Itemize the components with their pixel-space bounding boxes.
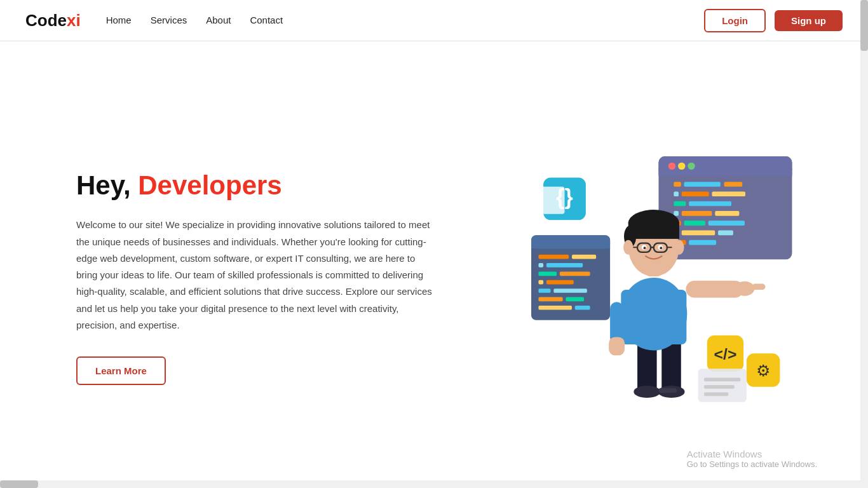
hero-heading: Hey, Developers [76, 170, 432, 201]
svg-rect-21 [682, 230, 715, 235]
svg-rect-13 [689, 201, 731, 206]
svg-rect-50 [704, 377, 740, 381]
hero-illustration: {} </> ⚙ [512, 144, 817, 411]
svg-rect-62 [609, 337, 625, 355]
svg-rect-51 [704, 384, 735, 388]
svg-rect-60 [686, 280, 743, 297]
nav-link-about[interactable]: About [206, 15, 231, 25]
hero-section: Hey, Developers Welcome to our site! We … [0, 41, 868, 488]
svg-rect-10 [682, 191, 709, 196]
svg-rect-39 [566, 297, 584, 301]
svg-rect-16 [715, 211, 739, 216]
svg-point-76 [660, 247, 662, 249]
svg-rect-40 [538, 305, 572, 309]
svg-point-55 [634, 385, 660, 397]
svg-point-75 [644, 247, 646, 249]
nav-item-about[interactable]: About [206, 15, 231, 26]
svg-rect-37 [553, 288, 587, 293]
scrollbar-bottom[interactable] [0, 480, 860, 488]
svg-rect-29 [572, 254, 596, 259]
svg-rect-80 [752, 283, 765, 290]
svg-rect-41 [575, 305, 590, 309]
watermark-subtitle: Go to Settings to activate Windows. [687, 459, 817, 469]
svg-rect-6 [674, 182, 681, 187]
navbar-left: Codexi Home Services About Contact [25, 11, 283, 30]
svg-rect-15 [682, 211, 712, 216]
svg-rect-22 [718, 230, 733, 235]
hero-illustration-container: {} </> ⚙ [512, 144, 817, 411]
watermark-title: Activate Windows [687, 449, 817, 459]
svg-point-79 [735, 281, 755, 295]
svg-rect-18 [684, 220, 705, 226]
nav-link-services[interactable]: Services [151, 15, 187, 25]
hero-heading-highlight: Developers [138, 170, 281, 200]
svg-rect-34 [538, 280, 543, 284]
svg-point-5 [688, 162, 695, 169]
svg-rect-31 [546, 263, 583, 268]
svg-rect-38 [538, 297, 562, 301]
learn-more-button[interactable]: Learn More [76, 356, 166, 385]
scrollbar-bottom-thumb[interactable] [0, 480, 38, 488]
svg-rect-44 [531, 186, 565, 214]
svg-rect-28 [538, 254, 569, 259]
hero-left: Hey, Developers Welcome to our site! We … [76, 170, 432, 385]
svg-rect-9 [674, 191, 679, 196]
svg-rect-7 [684, 182, 721, 187]
scrollbar-right[interactable] [860, 0, 868, 488]
svg-rect-59 [621, 290, 686, 344]
svg-rect-33 [560, 271, 590, 276]
svg-text:⚙: ⚙ [756, 362, 770, 379]
svg-point-4 [678, 162, 685, 169]
svg-rect-8 [724, 182, 743, 187]
logo: Codexi [25, 11, 81, 30]
logo-code-text: Code [25, 11, 67, 30]
nav-item-contact[interactable]: Contact [250, 15, 283, 26]
login-button[interactable]: Login [704, 9, 766, 32]
svg-rect-27 [531, 242, 610, 248]
svg-rect-30 [538, 263, 543, 268]
nav-link-home[interactable]: Home [106, 15, 132, 25]
svg-rect-24 [689, 240, 716, 245]
svg-point-78 [674, 240, 684, 254]
svg-rect-14 [674, 211, 679, 216]
svg-point-3 [668, 162, 675, 169]
nav-item-home[interactable]: Home [106, 15, 132, 26]
hero-description: Welcome to our site! We specialize in pr… [76, 217, 432, 334]
svg-rect-36 [538, 288, 550, 293]
svg-rect-12 [674, 201, 686, 206]
scrollbar-thumb[interactable] [860, 0, 868, 51]
svg-point-77 [623, 240, 633, 254]
navbar: Codexi Home Services About Contact Login… [0, 0, 868, 41]
svg-rect-19 [709, 220, 745, 226]
svg-rect-11 [712, 191, 745, 196]
nav-item-services[interactable]: Services [151, 15, 187, 26]
hero-heading-prefix: Hey, [76, 170, 138, 200]
signup-button[interactable]: Sign up [775, 10, 843, 31]
svg-rect-32 [538, 271, 557, 276]
logo-xi-text: xi [67, 11, 81, 30]
nav-link-contact[interactable]: Contact [250, 15, 283, 25]
nav-links: Home Services About Contact [106, 15, 283, 26]
svg-rect-52 [704, 392, 728, 396]
windows-watermark: Activate Windows Go to Settings to activ… [687, 449, 817, 469]
svg-text:</>: </> [714, 345, 737, 362]
svg-rect-35 [546, 280, 574, 284]
svg-rect-57 [658, 388, 677, 393]
svg-rect-2 [658, 168, 792, 175]
navbar-right: Login Sign up [704, 9, 843, 32]
